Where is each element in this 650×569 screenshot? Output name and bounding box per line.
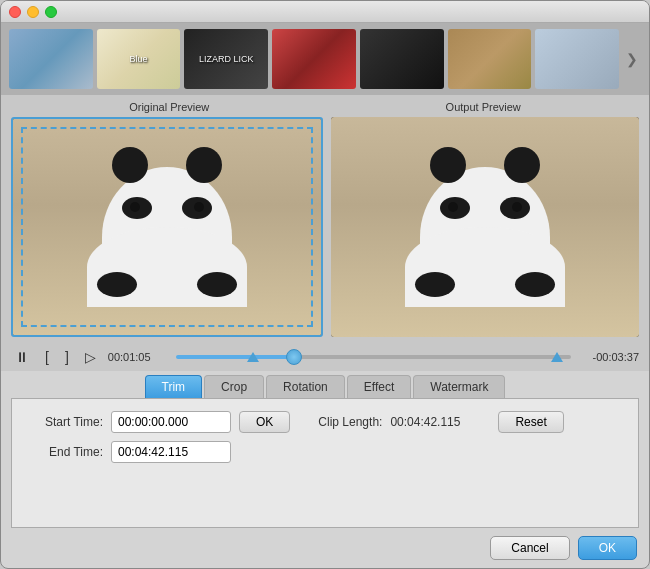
tab-crop[interactable]: Crop <box>204 375 264 398</box>
original-video-frame <box>13 119 321 335</box>
bottom-bar: Cancel OK <box>1 528 649 568</box>
end-time-row: End Time: <box>28 441 622 463</box>
tab-rotation[interactable]: Rotation <box>266 375 345 398</box>
seek-bar-track <box>176 355 571 359</box>
original-preview-label: Original Preview <box>129 101 209 113</box>
filmstrip: Blue LIZARD LICK ❯ <box>1 23 649 95</box>
main-window: Blue LIZARD LICK ❯ Original Preview Outp… <box>0 0 650 569</box>
reset-button[interactable]: Reset <box>498 411 563 433</box>
clip-length-label: Clip Length: <box>318 415 382 429</box>
pause-button[interactable]: ⏸ <box>11 347 33 367</box>
panda-body-output <box>405 227 565 307</box>
maximize-button[interactable] <box>45 6 57 18</box>
tab-watermark[interactable]: Watermark <box>413 375 505 398</box>
preview-labels: Original Preview Output Preview <box>11 101 639 113</box>
filmstrip-thumb-red[interactable] <box>272 29 356 89</box>
start-time-label: Start Time: <box>28 415 103 429</box>
thumb-blue-label: Blue <box>128 52 150 66</box>
minimize-button[interactable] <box>27 6 39 18</box>
mark-in-button[interactable]: [ <box>41 347 53 367</box>
tab-trim[interactable]: Trim <box>145 375 203 398</box>
clip-length-value: 00:04:42.115 <box>390 415 490 429</box>
end-time-input[interactable] <box>111 441 231 463</box>
filmstrip-thumb-dark[interactable] <box>360 29 444 89</box>
mark-out-button[interactable]: ] <box>61 347 73 367</box>
close-button[interactable] <box>9 6 21 18</box>
edit-panel: Start Time: OK Clip Length: 00:04:42.115… <box>11 398 639 528</box>
end-time-display: -00:03:37 <box>579 351 639 363</box>
ok-button[interactable]: OK <box>578 536 637 560</box>
preview-panels <box>11 117 639 337</box>
controls-bar: ⏸ [ ] ▷ 00:01:05 -00:03:37 <box>1 343 649 371</box>
traffic-lights <box>9 6 57 18</box>
filmstrip-thumb-blue[interactable]: Blue <box>97 29 181 89</box>
thumb-lizard-label: LIZARD LICK <box>197 52 256 66</box>
seek-end-marker <box>551 352 563 362</box>
seek-start-marker <box>247 352 259 362</box>
filmstrip-thumb-outdoor[interactable] <box>448 29 532 89</box>
title-bar <box>1 1 649 23</box>
filmstrip-thumb-cat[interactable] <box>9 29 93 89</box>
filmstrip-thumb-drawing[interactable] <box>535 29 619 89</box>
output-preview-label: Output Preview <box>446 101 521 113</box>
seek-bar[interactable] <box>176 349 571 365</box>
tab-effect[interactable]: Effect <box>347 375 411 398</box>
filmstrip-thumb-lizard[interactable]: LIZARD LICK <box>184 29 268 89</box>
tabs-bar: Trim Crop Rotation Effect Watermark <box>1 371 649 398</box>
output-preview-panel[interactable] <box>331 117 639 337</box>
seek-bar-thumb[interactable] <box>286 349 302 365</box>
play-button[interactable]: ▷ <box>81 347 100 367</box>
ok-trim-button[interactable]: OK <box>239 411 290 433</box>
end-time-label: End Time: <box>28 445 103 459</box>
panda-body-original <box>87 227 247 307</box>
output-video-frame <box>331 117 639 337</box>
preview-area: Original Preview Output Preview <box>1 95 649 343</box>
start-time-input[interactable] <box>111 411 231 433</box>
current-time-display: 00:01:05 <box>108 351 168 363</box>
filmstrip-next-arrow[interactable]: ❯ <box>623 29 641 89</box>
cancel-button[interactable]: Cancel <box>490 536 569 560</box>
start-time-row: Start Time: OK Clip Length: 00:04:42.115… <box>28 411 622 433</box>
original-preview-panel[interactable] <box>11 117 323 337</box>
